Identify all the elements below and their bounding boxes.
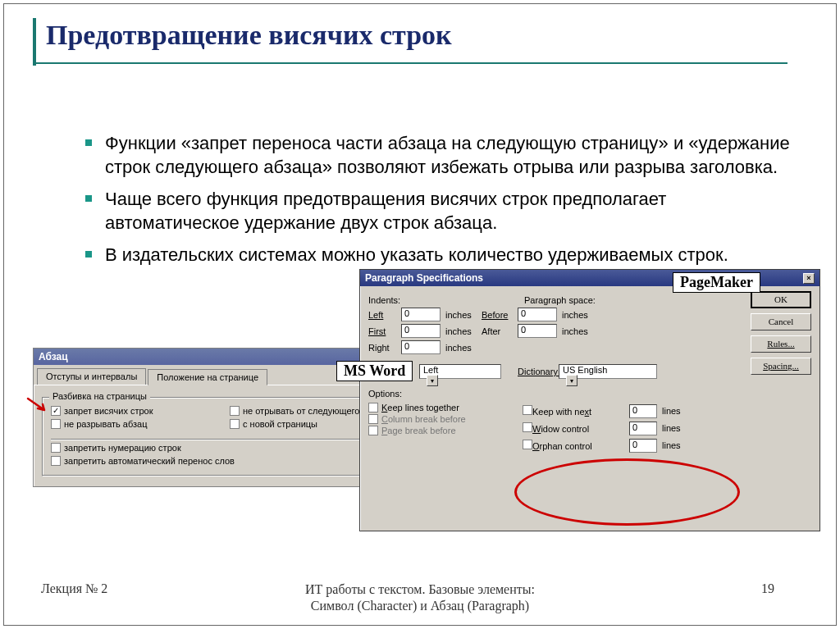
check-orphan[interactable]: Orphan control: [523, 440, 629, 451]
rules-button[interactable]: Rules...: [751, 335, 811, 353]
tab-pageposition[interactable]: Положение на странице: [148, 369, 267, 385]
options-label: Options:: [368, 389, 402, 399]
check-keep-next[interactable]: Keep with next: [523, 405, 629, 417]
orphan-lines-input[interactable]: 0: [629, 439, 657, 453]
right-input[interactable]: 0: [401, 340, 441, 354]
slide-title: Предотвращение висячих строк: [46, 20, 452, 51]
bullet-list: Функции «запрет переноса части абзаца на…: [52, 131, 791, 275]
spacing-button[interactable]: Spacing...: [751, 358, 811, 375]
check-widow[interactable]: ✓запрет висячих строк: [51, 406, 230, 416]
bullet-item: В издательских системах можно указать ко…: [85, 243, 791, 267]
close-button[interactable]: ×: [803, 273, 815, 284]
bullet-item: Функции «запрет переноса части абзаца на…: [85, 131, 791, 179]
footer-page: 19: [563, 581, 840, 614]
footer-center: ИТ работы с текстом. Базовые элементы: С…: [277, 581, 563, 614]
chevron-down-icon: ▾: [427, 375, 438, 386]
chevron-down-icon: ▾: [566, 375, 578, 386]
alignment-select[interactable]: Left▾: [419, 364, 501, 379]
before-input[interactable]: 0: [518, 308, 557, 321]
title-underline: [33, 62, 788, 64]
dictionary-select[interactable]: US English▾: [559, 364, 657, 379]
tab-indents[interactable]: Отступы и интервалы: [37, 368, 146, 385]
footer-left: Лекция № 2: [0, 581, 277, 614]
keepnext-lines-input[interactable]: 0: [629, 404, 657, 418]
check-keep-lines[interactable]: Keep lines together: [368, 403, 508, 412]
after-input[interactable]: 0: [518, 324, 557, 338]
pagemaker-dialog: Paragraph Specifications × OK Cancel Rul…: [359, 269, 820, 531]
widow-lines-input[interactable]: 0: [629, 422, 657, 435]
first-input[interactable]: 0: [401, 324, 441, 338]
check-widow[interactable]: Widow control: [523, 422, 629, 434]
ok-button[interactable]: OK: [751, 291, 811, 308]
red-arrow-annotation: [26, 397, 49, 413]
pm-title: Paragraph Specifications: [365, 272, 483, 284]
check-no-linenum[interactable]: запретить нумерацию строк: [51, 443, 409, 453]
annotation-msword: MS Word: [336, 361, 413, 381]
bullet-item: Чаще всего функция предотвращения висячи…: [85, 187, 791, 235]
check-column-break[interactable]: Column break before: [368, 414, 508, 424]
word-title: Абзац: [39, 351, 68, 362]
pspace-label: Paragraph space:: [524, 295, 596, 305]
group-label: Разбивка на страницы: [49, 391, 150, 401]
annotation-pagemaker: PageMaker: [673, 272, 760, 293]
check-page-break[interactable]: Page break before: [368, 426, 508, 435]
cancel-button[interactable]: Cancel: [751, 313, 811, 330]
dictionary-label: Dictionary:: [518, 367, 560, 376]
indents-label: Indents:: [368, 295, 524, 305]
slide-footer: Лекция № 2 ИТ работы с текстом. Базовые …: [0, 581, 840, 614]
red-oval-annotation: [514, 458, 740, 526]
title-accent-bar: [33, 18, 36, 66]
check-no-hyphen[interactable]: запретить автоматический перенос слов: [51, 456, 409, 466]
left-input[interactable]: 0: [401, 308, 441, 321]
check-keep-together[interactable]: не разрывать абзац: [51, 419, 230, 429]
